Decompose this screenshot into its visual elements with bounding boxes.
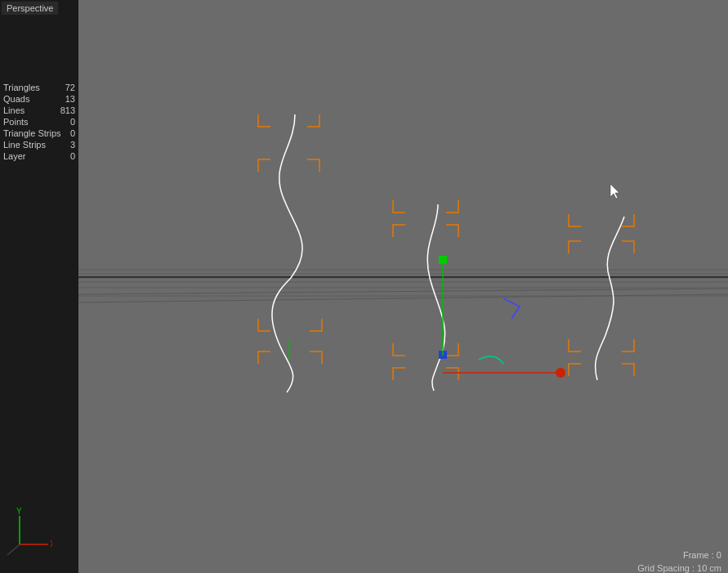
selection-bracket-left-bottom [258, 319, 322, 364]
axis-indicator: Y X [3, 508, 52, 557]
left-curve [272, 114, 302, 392]
bottom-bar: Frame : 0 Grid Spacing : 10 cm [483, 548, 728, 573]
ground-perspective-lines [78, 270, 728, 302]
svg-line-13 [7, 544, 20, 555]
svg-text:X: X [50, 539, 52, 548]
grid-spacing-info: Grid Spacing : 10 cm [637, 562, 721, 573]
stat-quads: Quads 13 [2, 93, 78, 105]
gizmo-arc [479, 356, 503, 364]
canvas-area[interactable] [78, 0, 728, 573]
svg-text:Y: Y [16, 508, 22, 516]
stat-triangles: Triangles 72 [2, 82, 78, 93]
selection-bracket-mid-bottom [393, 343, 458, 380]
right-curve [596, 217, 624, 380]
stat-triangle-strips: Triangle Strips 0 [2, 128, 78, 139]
stat-points: Points 0 [2, 116, 78, 128]
selection-bracket-mid-top [393, 200, 458, 237]
viewport[interactable]: Perspective Triangles 72 Quads 13 Lines … [0, 0, 728, 573]
svg-line-6 [78, 294, 728, 302]
svg-marker-8 [610, 184, 619, 199]
perspective-label: Perspective [2, 2, 58, 15]
svg-line-7 [78, 289, 728, 294]
stat-layer: Layer 0 [2, 150, 78, 162]
gizmo-green-handle[interactable] [439, 256, 447, 264]
frame-info: Frame : 0 [683, 548, 721, 562]
selection-bracket-right-top [569, 214, 634, 253]
cursor [610, 184, 619, 199]
stat-line-strips: Line Strips 3 [2, 139, 78, 150]
stats-table: Triangles 72 Quads 13 Lines 813 Points 0… [0, 82, 78, 162]
gizmo-angle-arrow [503, 298, 520, 319]
left-panel: Perspective Triangles 72 Quads 13 Lines … [0, 0, 78, 573]
stat-lines: Lines 813 [2, 105, 78, 116]
scene-svg [78, 0, 728, 573]
